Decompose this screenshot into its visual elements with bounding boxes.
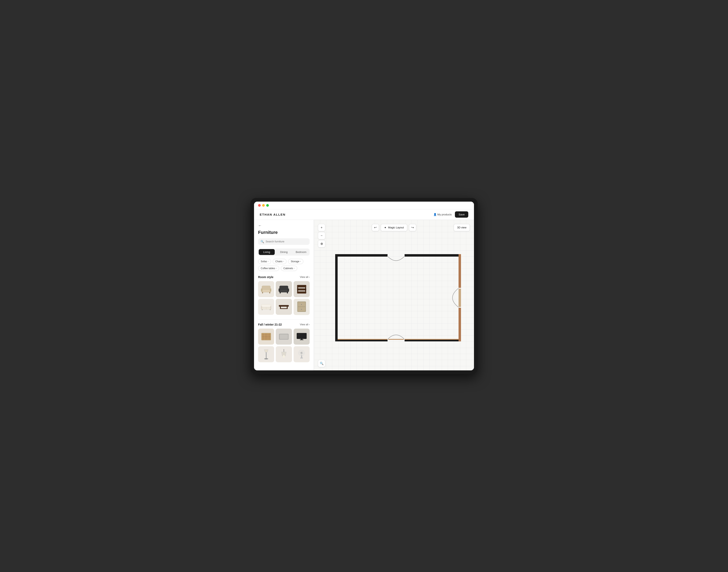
canvas-toolbar: + − ⊕ xyxy=(318,224,325,247)
beige-armchair-image xyxy=(261,284,271,294)
mat-image xyxy=(279,331,289,342)
view-all-label-2: View all xyxy=(300,323,308,326)
zoom-search-button[interactable]: 🔍 xyxy=(318,360,325,367)
dark-armchair-image xyxy=(279,284,289,294)
redo-button[interactable]: ↪ xyxy=(409,224,416,231)
zoom-in-button[interactable]: + xyxy=(318,224,325,231)
svg-rect-7 xyxy=(279,290,288,292)
canvas-top-controls: ↩ ✦ Magic Layout ↪ xyxy=(372,224,416,231)
center-icon: ⊕ xyxy=(320,242,323,245)
filter-chairs-label: Chairs xyxy=(275,260,282,263)
svg-rect-54 xyxy=(335,254,388,257)
svg-rect-22 xyxy=(262,309,262,310)
search-icon: 🔍 xyxy=(261,240,264,243)
magic-layout-button[interactable]: ✦ Magic Layout xyxy=(381,224,407,231)
fall-winter-view-all[interactable]: View all › xyxy=(300,323,310,326)
item-pendant-light[interactable] xyxy=(276,346,292,362)
svg-point-53 xyxy=(301,352,302,354)
app-window: ETHAN ALLEN 👤 My products Save ← Furnitu… xyxy=(254,202,474,370)
svg-rect-12 xyxy=(297,285,306,287)
header-right: 👤 My products Save xyxy=(434,211,468,218)
sidebar-title: Furniture xyxy=(258,230,310,235)
back-button[interactable]: ← xyxy=(258,223,310,228)
zoom-search-icon: 🔍 xyxy=(320,362,324,365)
my-products-nav[interactable]: 👤 My products xyxy=(434,213,452,216)
bottom-zoom-control: 🔍 xyxy=(318,360,325,367)
tab-living[interactable]: Living xyxy=(259,249,275,255)
minimize-button[interactable] xyxy=(262,204,265,207)
fall-winter-title: Fall / winter 21-22 xyxy=(258,323,282,326)
chevron-icon: › xyxy=(300,260,301,263)
fall-winter-header: Fall / winter 21-22 View all › xyxy=(258,323,310,326)
close-button[interactable] xyxy=(258,204,261,207)
chevron-icon: › xyxy=(276,267,276,269)
room-style-grid xyxy=(258,281,310,315)
minus-icon: − xyxy=(321,234,322,237)
redo-icon: ↪ xyxy=(411,226,414,229)
svg-rect-14 xyxy=(297,291,306,293)
svg-rect-40 xyxy=(280,334,288,339)
view-all-label: View all xyxy=(300,276,308,279)
svg-rect-45 xyxy=(266,352,267,358)
save-button[interactable]: Save xyxy=(455,211,468,218)
item-patterned-rug[interactable] xyxy=(258,329,274,345)
svg-rect-34 xyxy=(262,334,270,340)
view-3d-button[interactable]: 3D view xyxy=(454,224,470,231)
item-beige-armchair[interactable] xyxy=(258,281,274,297)
filter-cabinets[interactable]: Cabinets › xyxy=(281,266,297,271)
svg-rect-44 xyxy=(300,340,303,340)
device-frame: ETHAN ALLEN 👤 My products Save ← Furnitu… xyxy=(250,198,478,374)
zoom-out-button[interactable]: − xyxy=(318,232,325,239)
item-grey-mat[interactable] xyxy=(276,329,292,345)
coffee-table-image xyxy=(279,302,289,312)
tab-bedroom[interactable]: Bedroom xyxy=(293,249,309,255)
item-floor-lamp[interactable] xyxy=(258,346,274,362)
canvas-area: + − ⊕ ↩ ✦ Magic Layout xyxy=(314,220,474,370)
floor-lamp-image xyxy=(261,349,271,360)
traffic-lights xyxy=(258,204,269,207)
pendant-image xyxy=(279,349,289,360)
item-dark-table[interactable] xyxy=(293,281,310,297)
svg-point-31 xyxy=(301,304,302,305)
filter-sofas[interactable]: Sofas › xyxy=(258,259,271,264)
item-coffee-table[interactable] xyxy=(276,299,292,315)
svg-rect-16 xyxy=(305,287,306,292)
maximize-button[interactable] xyxy=(266,204,269,207)
svg-rect-27 xyxy=(280,308,288,309)
filter-coffee-tables[interactable]: Coffee tables › xyxy=(258,266,279,271)
svg-rect-19 xyxy=(261,306,262,309)
plus-icon: + xyxy=(321,226,322,229)
undo-button[interactable]: ↩ xyxy=(372,224,379,231)
item-desk-fan[interactable] xyxy=(293,346,310,362)
room-style-view-all[interactable]: View all › xyxy=(300,276,310,279)
svg-rect-60 xyxy=(338,339,459,340)
svg-point-46 xyxy=(264,358,268,359)
chevron-icon: › xyxy=(268,260,268,263)
filter-chairs[interactable]: Chairs › xyxy=(273,259,286,264)
app-logo: ETHAN ALLEN xyxy=(260,213,285,216)
search-input[interactable] xyxy=(266,240,307,243)
dark-table-image xyxy=(296,284,307,294)
svg-point-32 xyxy=(301,309,302,310)
filter-storage[interactable]: Storage › xyxy=(288,259,303,264)
svg-rect-8 xyxy=(279,289,280,292)
item-dark-screen[interactable] xyxy=(293,329,310,345)
item-white-sofa[interactable] xyxy=(258,299,274,315)
center-button[interactable]: ⊕ xyxy=(318,240,325,247)
sidebar: ← Furniture 🔍 Living Dining Bedroom Sofa… xyxy=(254,220,314,370)
section-divider xyxy=(258,319,310,320)
svg-rect-65 xyxy=(459,288,461,307)
svg-rect-11 xyxy=(287,292,288,294)
tab-dining[interactable]: Dining xyxy=(276,249,292,255)
header: ETHAN ALLEN 👤 My products Save xyxy=(254,209,474,220)
svg-rect-4 xyxy=(262,292,263,294)
svg-rect-10 xyxy=(280,292,281,294)
item-dark-armchair[interactable] xyxy=(276,281,292,297)
screen-image xyxy=(296,331,307,342)
item-cabinet[interactable] xyxy=(293,299,310,315)
room-style-title: Room style xyxy=(258,276,273,279)
nav-label: My products xyxy=(438,213,452,216)
room-svg xyxy=(335,254,461,341)
white-sofa-image xyxy=(261,302,271,312)
chevron-icon: › xyxy=(283,260,284,263)
